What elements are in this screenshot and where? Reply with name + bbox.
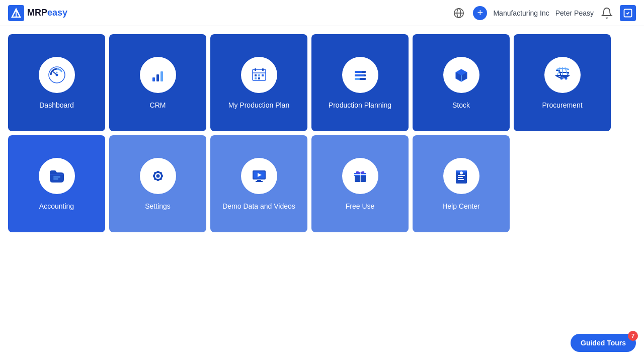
procurement-icon [553,65,572,84]
tile-accounting[interactable]: Accounting [8,135,105,232]
tile-procurement-label: Procurement [542,101,582,109]
svg-rect-12 [156,74,159,81]
svg-rect-22 [258,77,260,79]
dashboard-icon-circle [39,57,75,93]
free-use-icon [351,166,370,186]
header-right: + Manufacturing Inc Peter Peasy [451,5,636,21]
main-content: Dashboard CRM [0,26,644,240]
help-center-icon-circle [443,158,479,194]
tile-crm[interactable]: CRM [109,34,206,131]
tile-demo-data-label: Demo Data and Videos [222,202,295,210]
notification-icon[interactable] [600,6,614,20]
checklist-icon[interactable] [620,5,636,21]
tile-accounting-label: Accounting [39,202,74,210]
logo-text: MRPeasy [27,8,67,18]
svg-rect-13 [160,71,163,81]
svg-rect-20 [262,74,264,76]
logo[interactable]: MRPeasy [8,5,67,21]
svg-point-65 [460,171,463,174]
svg-rect-63 [458,177,463,178]
procurement-icon-circle [544,57,581,93]
svg-rect-26 [355,74,364,76]
my-production-plan-icon [250,65,269,84]
tile-production-planning[interactable]: Production Planning [311,34,409,131]
accounting-icon [47,166,66,186]
production-planning-icon-circle [342,57,378,93]
tile-my-production-plan[interactable]: My Production Plan [210,34,307,131]
user-name: Peter Peasy [555,9,594,17]
tile-row-1: Dashboard CRM [8,34,636,131]
crm-icon-circle [140,57,176,93]
guided-tours-button[interactable]: Guided Tours 7 [571,334,636,352]
svg-rect-62 [458,175,465,176]
svg-rect-33 [53,176,60,177]
tile-stock-label: Stock [452,101,470,109]
svg-rect-18 [255,74,257,76]
tile-demo-data[interactable]: Demo Data and Videos [210,135,307,232]
help-center-icon [452,166,471,186]
stock-icon [452,65,471,84]
demo-data-icon [250,166,269,186]
settings-icon [148,166,168,186]
free-use-icon-circle [342,158,378,194]
tile-stock[interactable]: Stock [413,34,510,131]
tile-row-2: Accounting [8,135,636,232]
demo-data-icon-circle [241,158,277,194]
tile-dashboard[interactable]: Dashboard [8,34,105,131]
guided-tours-badge: 7 [628,331,638,341]
tile-free-use[interactable]: Free Use [311,135,409,232]
tile-settings[interactable]: Settings [109,135,206,232]
guided-tours-label: Guided Tours [581,339,626,347]
tile-dashboard-label: Dashboard [39,101,74,109]
logo-icon [8,5,24,21]
svg-point-49 [156,174,159,177]
svg-point-10 [56,71,57,73]
tile-settings-label: Settings [145,202,171,210]
svg-rect-11 [152,77,155,81]
header: MRPeasy + Manufacturing Inc Peter Peasy [0,0,644,26]
stock-icon-circle [443,57,479,93]
tile-crm-label: CRM [150,101,166,109]
tile-free-use-label: Free Use [346,202,375,210]
tile-help-center-label: Help Center [442,202,480,210]
accounting-icon-circle [39,158,75,194]
svg-rect-19 [258,74,260,76]
company-name: Manufacturing Inc [493,9,549,17]
dashboard-icon [47,65,66,84]
svg-rect-21 [255,77,257,79]
svg-rect-64 [458,179,464,180]
globe-icon[interactable] [451,5,467,21]
svg-rect-28 [355,78,360,80]
tile-production-planning-label: Production Planning [329,101,391,109]
tile-my-production-plan-label: My Production Plan [228,101,289,109]
settings-icon-circle [140,158,176,194]
svg-rect-16 [262,68,264,71]
my-production-plan-icon-circle [241,57,277,93]
crm-icon [148,65,168,84]
production-planning-icon [351,65,370,84]
svg-rect-34 [53,178,58,179]
svg-rect-15 [255,68,256,71]
tile-help-center[interactable]: Help Center [413,135,510,232]
tile-procurement[interactable]: Procurement [514,34,611,131]
add-button[interactable]: + [473,6,487,20]
svg-rect-24 [355,71,362,73]
